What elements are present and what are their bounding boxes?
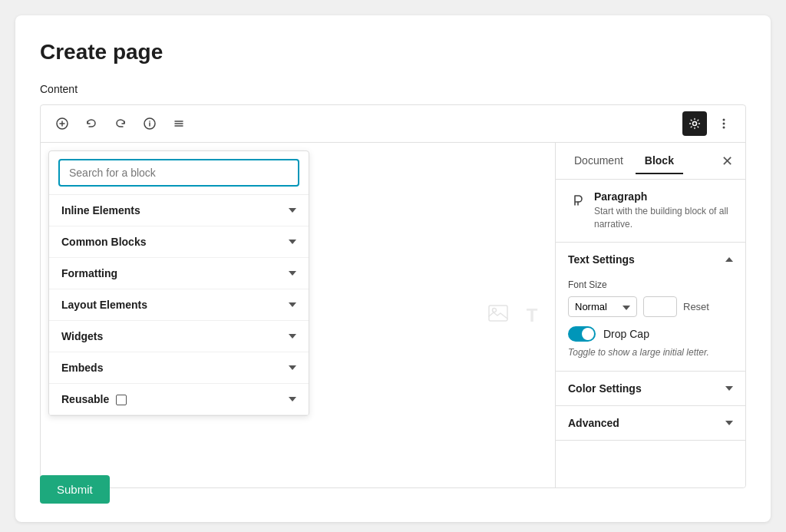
- drop-cap-hint: Toggle to show a large initial letter.: [568, 346, 733, 359]
- category-reusable[interactable]: Reusable: [49, 384, 309, 415]
- search-input[interactable]: [58, 159, 299, 187]
- panel-body: Paragraph Start with the building block …: [556, 180, 745, 487]
- font-size-custom-input[interactable]: [643, 296, 677, 317]
- category-layout-elements[interactable]: Layout Elements: [49, 289, 309, 321]
- text-settings-body: Font Size Normal Reset: [556, 276, 745, 372]
- toolbar-right: [682, 111, 736, 136]
- svg-point-12: [723, 127, 725, 129]
- editor-area: Inline Elements Common Blocks Formatting…: [40, 104, 746, 488]
- block-info-text: Paragraph Start with the building block …: [594, 190, 733, 231]
- right-panel: Document Block ✕ Parag: [555, 143, 745, 487]
- category-embeds[interactable]: Embeds: [49, 352, 309, 384]
- font-size-label: Font Size: [568, 279, 733, 290]
- undo-button[interactable]: [79, 111, 104, 136]
- toggle-knob: [582, 328, 594, 340]
- redo-button[interactable]: [108, 111, 133, 136]
- editor-main: Inline Elements Common Blocks Formatting…: [41, 143, 745, 487]
- submit-button[interactable]: Submit: [40, 475, 110, 504]
- text-settings-section: Text Settings Font Size Normal: [556, 243, 745, 372]
- block-search-wrap: [49, 151, 309, 195]
- chevron-down-icon: [289, 271, 296, 276]
- toolbar-left: [50, 111, 191, 136]
- font-size-value: Normal: [575, 301, 607, 312]
- svg-rect-13: [489, 306, 507, 321]
- content-label: Content: [40, 83, 746, 95]
- reusable-block-icon: [116, 395, 127, 405]
- color-settings-title: Color Settings: [568, 382, 642, 395]
- chevron-down-icon: [289, 365, 296, 370]
- advanced-header[interactable]: Advanced: [556, 406, 745, 440]
- font-size-select[interactable]: Normal: [568, 296, 637, 317]
- text-settings-header[interactable]: Text Settings: [556, 243, 745, 276]
- list-view-button[interactable]: [167, 111, 191, 136]
- svg-point-5: [149, 121, 150, 122]
- toolbar: [41, 105, 745, 143]
- image-placeholder-icon: [488, 305, 508, 326]
- page-container: Create page Content: [15, 15, 771, 522]
- settings-button[interactable]: [682, 111, 707, 136]
- block-info: Paragraph Start with the building block …: [556, 180, 745, 243]
- page-title: Create page: [40, 40, 746, 64]
- block-inserter-panel: Inline Elements Common Blocks Formatting…: [48, 150, 309, 416]
- info-button[interactable]: [137, 111, 162, 136]
- svg-point-9: [693, 122, 697, 126]
- svg-point-10: [723, 119, 725, 121]
- color-settings-chevron-icon: [725, 386, 733, 391]
- advanced-chevron-icon: [725, 421, 733, 425]
- paragraph-icon: [568, 192, 585, 213]
- tab-document[interactable]: Document: [565, 148, 632, 174]
- drop-cap-row: Drop Cap: [568, 326, 733, 342]
- block-name: Paragraph: [594, 190, 733, 203]
- close-panel-button[interactable]: ✕: [718, 150, 736, 173]
- advanced-title: Advanced: [568, 417, 619, 429]
- chevron-down-icon: [289, 334, 296, 339]
- block-description: Start with the building block of all nar…: [594, 205, 733, 231]
- chevron-down-icon: [289, 208, 296, 213]
- drop-cap-label: Drop Cap: [603, 328, 649, 340]
- advanced-section: Advanced: [556, 406, 745, 441]
- category-widgets[interactable]: Widgets: [49, 321, 309, 352]
- font-size-select-chevron-icon: [623, 301, 630, 312]
- add-block-button[interactable]: [50, 111, 74, 136]
- font-size-row: Normal Reset: [568, 296, 733, 317]
- text-placeholder-icon: T: [527, 305, 538, 326]
- more-options-button[interactable]: [712, 111, 736, 136]
- chevron-down-icon: [289, 302, 296, 307]
- chevron-down-icon: [289, 397, 296, 401]
- color-settings-section: Color Settings: [556, 372, 745, 406]
- chevron-down-icon: [289, 240, 296, 244]
- drop-cap-toggle[interactable]: [568, 326, 596, 342]
- panel-tabs: Document Block ✕: [556, 143, 745, 180]
- text-settings-title: Text Settings: [568, 253, 635, 266]
- tab-block[interactable]: Block: [636, 148, 683, 174]
- color-settings-header[interactable]: Color Settings: [556, 372, 745, 405]
- category-formatting[interactable]: Formatting: [49, 258, 309, 289]
- category-common-blocks[interactable]: Common Blocks: [49, 226, 309, 258]
- font-size-reset-button[interactable]: Reset: [683, 301, 709, 312]
- text-settings-chevron-icon: [725, 257, 733, 262]
- category-inline-elements[interactable]: Inline Elements: [49, 195, 309, 226]
- svg-point-11: [723, 123, 725, 125]
- svg-point-14: [492, 308, 496, 312]
